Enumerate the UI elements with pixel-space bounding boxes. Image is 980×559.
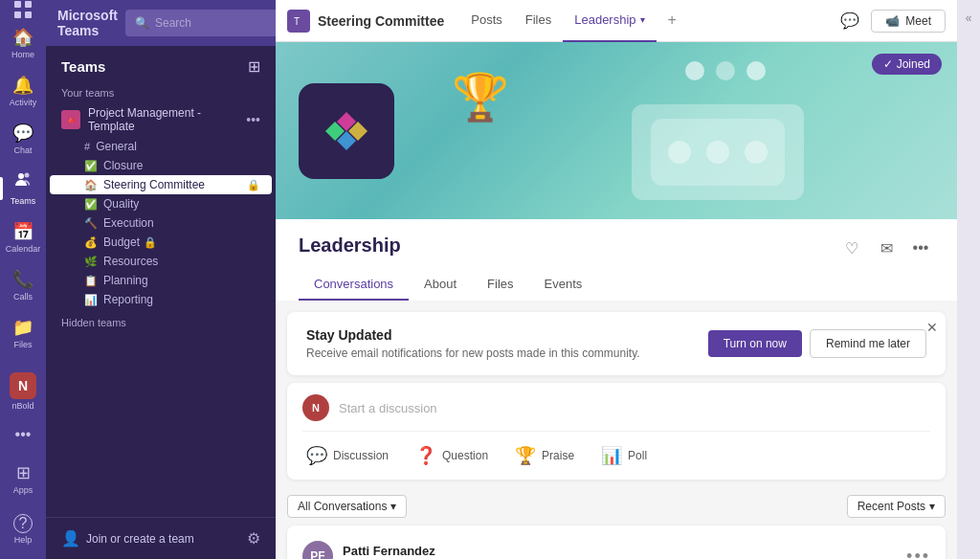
app-grid-button[interactable] xyxy=(0,0,46,19)
svg-point-15 xyxy=(706,141,729,164)
video-icon: 📹 xyxy=(885,14,900,28)
discussion-action-question[interactable]: ❓ Question xyxy=(412,443,492,468)
content-area: 🏆 ✓ Joined xyxy=(276,42,957,559)
leadership-tab-about[interactable]: About xyxy=(409,269,472,301)
channel-lock-icon: 🔒 xyxy=(247,179,260,191)
channel-budget[interactable]: 💰 Budget 🔒 xyxy=(50,233,272,252)
discussion-action-praise[interactable]: 🏆 Praise xyxy=(511,443,578,468)
chat-bubble-button[interactable]: 💬 xyxy=(836,8,863,34)
stay-updated-box: Stay Updated Receive email notifications… xyxy=(287,312,946,375)
teams-icon xyxy=(13,170,33,194)
discussion-action-discussion[interactable]: 💬 Discussion xyxy=(302,443,392,468)
filter-bar: All Conversations ▾ Recent Posts ▾ xyxy=(276,487,957,525)
discussion-action-poll[interactable]: 📊 Poll xyxy=(597,443,651,468)
channel-tab-leadership[interactable]: Leadership ▾ xyxy=(563,0,656,42)
channel-steering-label: Steering Committee xyxy=(103,178,205,191)
search-icon: 🔍 xyxy=(135,16,149,30)
sidebar-item-activity[interactable]: 🔔 Activity xyxy=(0,67,46,115)
teams-panel: Microsoft Teams 🔍 ••• PF Teams ⊞ Your te… xyxy=(46,0,276,559)
sidebar-item-nbold[interactable]: N nBold xyxy=(0,365,46,418)
sidebar-item-more[interactable]: ••• xyxy=(10,418,36,451)
channel-execution-label: Execution xyxy=(103,216,154,230)
activity-icon: 🔔 xyxy=(12,75,33,96)
calendar-icon: 📅 xyxy=(12,221,33,242)
start-discussion-input[interactable]: Start a discussion xyxy=(339,401,437,415)
icon-sidebar: 🏠 Home 🔔 Activity 💬 Chat Teams 📅 Calenda… xyxy=(0,0,46,559)
leadership-actions: ♡ ✉ ••• xyxy=(838,235,934,261)
sidebar-item-files-label: Files xyxy=(13,340,32,349)
meet-button[interactable]: 📹 Meet xyxy=(871,10,946,33)
collapse-panel[interactable]: « xyxy=(957,0,980,559)
stay-updated-title: Stay Updated xyxy=(306,327,640,343)
post-more-menu[interactable]: ••• xyxy=(906,547,930,560)
team-pm-more[interactable]: ••• xyxy=(246,112,260,127)
sidebar-item-home[interactable]: 🏠 Home xyxy=(0,19,46,67)
close-notification-button[interactable]: ✕ xyxy=(926,320,938,335)
email-icon[interactable]: ✉ xyxy=(873,235,900,261)
leadership-tabs: Conversations About Files Events xyxy=(299,269,934,301)
joined-badge: ✓ Joined xyxy=(872,54,942,75)
teams-panel-footer: 👤 Join or create a team ⚙ xyxy=(46,517,276,559)
channel-team-icon: T xyxy=(287,10,310,33)
sidebar-item-calls[interactable]: 📞 Calls xyxy=(0,261,46,309)
svg-rect-0 xyxy=(14,1,21,8)
sidebar-item-chat-label: Chat xyxy=(13,145,32,155)
leadership-header: Leadership ♡ ✉ ••• Conversations About F… xyxy=(276,219,957,301)
leadership-tab-files[interactable]: Files xyxy=(472,269,528,301)
teams-list: Your teams 🔺 Project Management - Templa… xyxy=(46,83,276,517)
sidebar-item-teams-label: Teams xyxy=(11,196,36,206)
home-icon: 🏠 xyxy=(12,27,33,48)
sidebar-item-chat[interactable]: 💬 Chat xyxy=(0,115,46,163)
teams-filter-icon[interactable]: ⊞ xyxy=(248,57,260,76)
channel-resources-label: Resources xyxy=(103,255,158,268)
channel-general[interactable]: # General xyxy=(50,137,272,156)
channel-tabs: Posts Files Leadership ▾ + xyxy=(459,0,688,42)
channel-tab-posts[interactable]: Posts xyxy=(459,0,514,42)
channel-quality[interactable]: ✅ Quality xyxy=(50,194,272,213)
leadership-tab-events[interactable]: Events xyxy=(529,269,598,301)
channel-execution[interactable]: 🔨 Execution xyxy=(50,213,272,233)
channel-closure-icon: ✅ xyxy=(84,160,98,172)
team-project-management[interactable]: 🔺 Project Management - Template ••• xyxy=(50,102,272,137)
channel-steering-committee[interactable]: 🏠 Steering Committee 🔒 xyxy=(50,175,272,194)
channel-tab-add[interactable]: + xyxy=(657,0,688,42)
team-pm-label: Project Management - Template xyxy=(88,106,246,133)
sidebar-item-activity-label: Activity xyxy=(10,98,37,107)
settings-icon[interactable]: ⚙ xyxy=(247,529,260,548)
channel-quality-label: Quality xyxy=(103,197,139,211)
sidebar-item-calls-label: Calls xyxy=(13,292,33,302)
post-user: PF Patti Fernandez Feb 1 xyxy=(302,541,435,559)
svg-point-5 xyxy=(25,173,30,178)
sidebar-item-files[interactable]: 📁 Files xyxy=(0,309,46,357)
your-teams-label: Your teams xyxy=(50,83,272,102)
start-discussion-top: N Start a discussion xyxy=(302,394,930,432)
sidebar-item-calendar[interactable]: 📅 Calendar xyxy=(0,213,46,261)
channel-resources[interactable]: 🌿 Resources xyxy=(50,252,272,271)
sidebar-item-home-label: Home xyxy=(11,50,34,59)
hidden-teams-label: Hidden teams xyxy=(50,309,272,332)
recent-posts-filter[interactable]: Recent Posts ▾ xyxy=(847,495,946,518)
turn-on-button[interactable]: Turn on now xyxy=(708,330,802,357)
channel-tab-files[interactable]: Files xyxy=(514,0,563,42)
channel-planning-label: Planning xyxy=(103,274,148,287)
help-icon: ? xyxy=(13,514,33,533)
channel-closure[interactable]: ✅ Closure xyxy=(50,156,272,175)
more-actions-icon[interactable]: ••• xyxy=(907,235,934,261)
all-conversations-filter[interactable]: All Conversations ▾ xyxy=(287,495,407,518)
sidebar-item-help[interactable]: ? Help xyxy=(10,506,36,552)
remind-later-button[interactable]: Remind me later xyxy=(810,329,926,358)
team-pm-icon: 🔺 xyxy=(61,110,80,129)
sidebar-item-apps[interactable]: ⊞ Apps xyxy=(10,455,36,503)
nbold-icon: N xyxy=(10,372,36,399)
leadership-tab-conversations[interactable]: Conversations xyxy=(299,269,409,301)
sidebar-item-teams[interactable]: Teams xyxy=(0,163,46,213)
channel-general-label: General xyxy=(96,140,137,153)
channel-steering-icon: 🏠 xyxy=(84,179,98,191)
praise-icon: 🏆 xyxy=(515,445,536,466)
collapse-icon: « xyxy=(966,11,972,25)
join-team-button[interactable]: 👤 Join or create a team xyxy=(61,529,194,548)
channel-planning[interactable]: 📋 Planning xyxy=(50,271,272,290)
heart-icon[interactable]: ♡ xyxy=(838,235,865,261)
channel-budget-lock-icon: 🔒 xyxy=(144,236,157,249)
channel-reporting[interactable]: 📊 Reporting xyxy=(50,290,272,309)
